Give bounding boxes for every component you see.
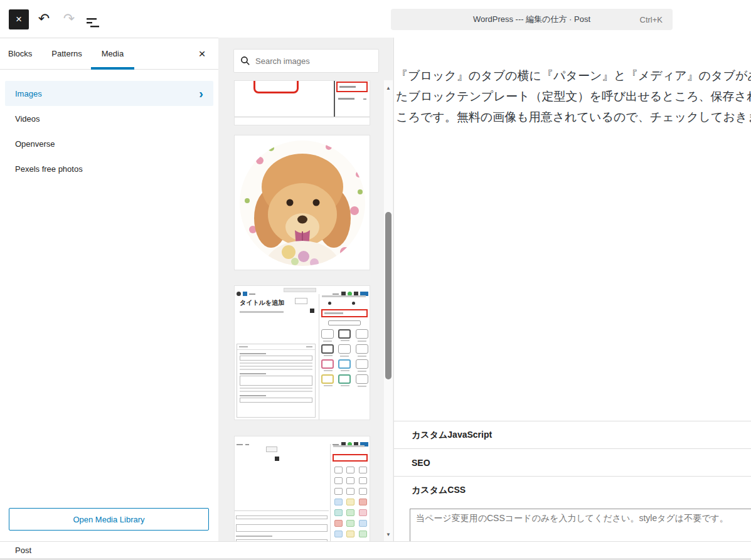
mini-toolbar bbox=[235, 436, 370, 444]
command-palette-button[interactable]: WordPress --- 編集の仕方 · Post Ctrl+K bbox=[391, 9, 673, 30]
search-images-input[interactable] bbox=[255, 56, 372, 66]
category-label: Images bbox=[15, 89, 42, 98]
redo-icon: ↷ bbox=[63, 11, 75, 26]
mini-toolbar bbox=[235, 286, 370, 294]
paragraph-line: たブロックテンプレート（定型文）を呼び出せるところ、保存された画 bbox=[396, 86, 751, 107]
mini-label bbox=[236, 536, 272, 537]
post-paragraph[interactable]: 『ブロック』のタブの横に『パターン』と『メディア』のタブがありま たブロックテン… bbox=[394, 38, 751, 127]
tab-patterns[interactable]: Patterns bbox=[51, 38, 82, 70]
media-thumbnail-grid: タイトルを追加 bbox=[234, 80, 370, 541]
tab-blocks[interactable]: Blocks bbox=[8, 38, 32, 70]
undo-button[interactable]: ↶ bbox=[34, 9, 54, 29]
paragraph-line: 『ブロック』のタブの横に『パターン』と『メディア』のタブがありま bbox=[396, 65, 751, 86]
category-label: Openverse bbox=[15, 139, 55, 149]
media-category-pexels[interactable]: Pexels free photos bbox=[5, 156, 213, 181]
open-media-library-button[interactable]: Open Media Library bbox=[9, 508, 209, 531]
editor-topbar: × ↶ ↷ WordPress --- 編集の仕方 · Post Ctrl+K bbox=[0, 0, 751, 38]
red-highlight-box bbox=[333, 454, 368, 462]
close-editor-button[interactable]: × bbox=[9, 9, 29, 29]
red-highlight-box bbox=[321, 309, 368, 317]
red-highlight-box bbox=[253, 80, 299, 93]
media-category-videos[interactable]: Videos bbox=[5, 106, 213, 131]
document-overview-button[interactable] bbox=[83, 9, 103, 29]
media-category-openverse[interactable]: Openverse bbox=[5, 131, 213, 156]
media-results-panel: タイトルを追加 bbox=[218, 38, 393, 541]
close-inserter-button[interactable]: × bbox=[192, 44, 212, 64]
custom-css-textarea[interactable] bbox=[410, 509, 751, 541]
panel-seo[interactable]: SEO bbox=[394, 448, 751, 476]
scrollbar-thumb[interactable] bbox=[385, 212, 391, 379]
inserter-tabs: Blocks Patterns Media × bbox=[0, 38, 218, 70]
list-view-icon bbox=[87, 18, 99, 28]
mini-block-icons bbox=[334, 467, 368, 537]
media-category-images[interactable]: Images › bbox=[5, 81, 213, 106]
editor-footer: Post bbox=[0, 541, 751, 560]
paragraph-line: ころです。無料の画像も用意されているので、チェックしておきましょ bbox=[396, 107, 751, 127]
post-meta-panels: カスタムJavaScript SEO カスタムCSS bbox=[394, 421, 751, 541]
undo-icon: ↶ bbox=[38, 11, 50, 26]
mini-row bbox=[336, 95, 368, 103]
document-title: WordPress --- 編集の仕方 · Post bbox=[473, 14, 590, 25]
panel-custom-css[interactable]: カスタムCSS bbox=[394, 476, 751, 504]
mini-settings-sidebar bbox=[319, 294, 370, 420]
search-box bbox=[233, 49, 379, 73]
mini-sidebar bbox=[335, 81, 370, 117]
redo-button[interactable]: ↷ bbox=[59, 9, 79, 29]
mini-editor-title: タイトルを追加 bbox=[240, 298, 284, 307]
scroll-up-arrow[interactable]: ▲ bbox=[384, 85, 393, 91]
command-palette-shortcut: Ctrl+K bbox=[640, 15, 663, 24]
close-icon: × bbox=[16, 13, 22, 25]
editor-canvas: 『ブロック』のタブの横に『パターン』と『メディア』のタブがありま たブロックテン… bbox=[393, 38, 751, 541]
media-thumbnail-poodle-photo[interactable] bbox=[234, 135, 370, 270]
mini-meta-box bbox=[237, 344, 316, 418]
poodle-image bbox=[235, 135, 370, 270]
category-label: Pexels free photos bbox=[15, 164, 83, 174]
red-highlight-box bbox=[336, 82, 368, 92]
wordpress-editor: × ↶ ↷ WordPress --- 編集の仕方 · Post Ctrl+K … bbox=[0, 0, 751, 560]
mini-badge bbox=[295, 298, 307, 304]
media-thumbnail-editor-screenshot[interactable]: タイトルを追加 bbox=[234, 285, 370, 420]
mini-border-options bbox=[321, 329, 370, 384]
mini-input bbox=[236, 515, 328, 519]
divider bbox=[235, 510, 329, 511]
block-inserter-panel: Blocks Patterns Media × Images › Videos … bbox=[0, 38, 218, 541]
media-panel-scrollbar[interactable]: ▲ ▼ bbox=[384, 80, 393, 541]
scroll-down-arrow[interactable]: ▼ bbox=[384, 532, 393, 537]
media-thumbnail-editor-screenshot-2[interactable] bbox=[234, 436, 370, 541]
divider bbox=[235, 117, 370, 117]
mini-settings-sidebar bbox=[330, 444, 370, 541]
media-category-list: Images › Videos Openverse Pexels free ph… bbox=[0, 70, 218, 181]
close-icon: × bbox=[198, 47, 205, 60]
search-icon bbox=[240, 56, 250, 66]
mini-inserter-square bbox=[310, 309, 314, 313]
mini-button bbox=[266, 446, 277, 452]
mini-block-square bbox=[275, 457, 279, 461]
mini-input bbox=[236, 524, 328, 532]
mini-placeholder-text bbox=[240, 311, 284, 313]
media-thumbnail-screenshot-partial[interactable] bbox=[234, 80, 370, 125]
panel-custom-javascript[interactable]: カスタムJavaScript bbox=[394, 421, 751, 448]
breadcrumb[interactable]: Post bbox=[15, 546, 31, 555]
tab-media[interactable]: Media bbox=[102, 38, 124, 70]
chevron-right-icon: › bbox=[199, 87, 203, 100]
category-label: Videos bbox=[15, 114, 40, 124]
